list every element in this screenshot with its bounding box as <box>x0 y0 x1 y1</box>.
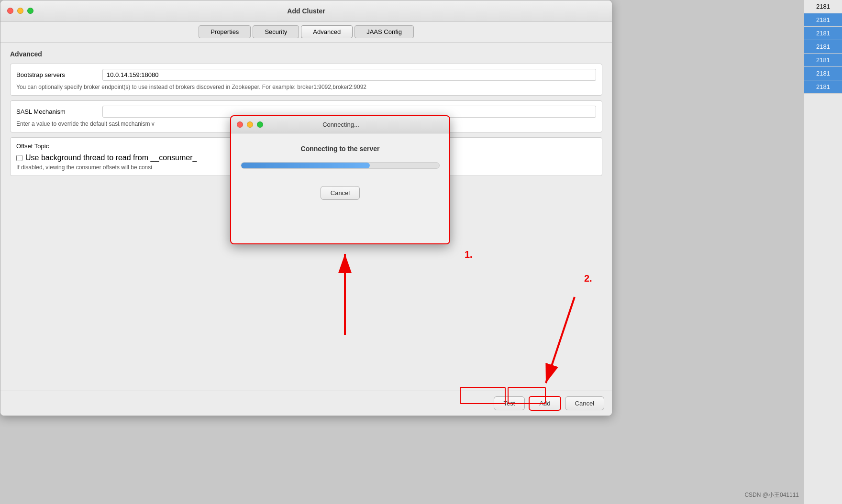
annotation-2: 2. <box>584 273 592 284</box>
connecting-minimize-btn[interactable] <box>247 121 253 128</box>
cancel-button[interactable]: Cancel <box>565 396 604 410</box>
connecting-message: Connecting to the server <box>301 145 380 153</box>
svg-line-2 <box>546 297 575 383</box>
watermark: CSDN @小王041111 <box>744 491 799 499</box>
sasl-label: SASL Mechanism <box>16 108 102 115</box>
offset-checkbox-label: Use background thread to read from __con… <box>25 153 197 162</box>
tab-jaas-config[interactable]: JAAS Config <box>355 25 414 38</box>
sidebar-row-2: 2181 <box>804 13 842 27</box>
sidebar-row-7: 2181 <box>804 80 842 94</box>
section-title: Advanced <box>10 50 602 58</box>
tab-properties[interactable]: Properties <box>199 25 251 38</box>
annotation-1: 1. <box>465 249 473 260</box>
progress-container <box>241 162 440 169</box>
tab-advanced[interactable]: Advanced <box>301 25 353 38</box>
minimize-button[interactable] <box>17 8 23 14</box>
title-bar: Add Cluster <box>0 0 612 22</box>
bootstrap-label: Bootstrap servers <box>16 71 102 78</box>
sidebar-row-4: 2181 <box>804 40 842 54</box>
sidebar-row-3: 2181 <box>804 27 842 40</box>
bootstrap-desc: You can optionally specify broker endpoi… <box>16 84 596 90</box>
bottom-bar: Test Add Cancel <box>0 391 612 416</box>
main-dialog: Add Cluster Properties Security Advanced… <box>0 0 612 416</box>
offset-checkbox[interactable] <box>16 155 22 161</box>
tab-security[interactable]: Security <box>253 25 299 38</box>
connecting-title-bar: Connecting... <box>231 116 449 133</box>
sidebar-row-6: 2181 <box>804 67 842 80</box>
connecting-footer: Cancel <box>231 186 449 208</box>
sidebar-row-1: 2181 <box>804 0 842 13</box>
connecting-body: Connecting to the server <box>231 133 449 186</box>
test-button[interactable]: Test <box>494 396 525 410</box>
connecting-dialog: Connecting... Connecting to the server C… <box>230 115 450 244</box>
maximize-button[interactable] <box>27 8 33 14</box>
connecting-cancel-button[interactable]: Cancel <box>321 186 360 200</box>
window-controls <box>7 8 33 14</box>
connecting-title: Connecting... <box>267 121 415 128</box>
window-title: Add Cluster <box>287 7 325 15</box>
right-sidebar: 2181 2181 2181 2181 2181 2181 2181 <box>804 0 842 504</box>
bootstrap-input[interactable] <box>102 69 596 81</box>
bootstrap-row: Bootstrap servers <box>16 69 596 81</box>
close-button[interactable] <box>7 8 13 14</box>
connecting-maximize-btn[interactable] <box>257 121 263 128</box>
bootstrap-section: Bootstrap servers You can optionally spe… <box>10 64 602 96</box>
sidebar-row-5: 2181 <box>804 54 842 67</box>
progress-bar <box>241 163 370 168</box>
tab-bar: Properties Security Advanced JAAS Config <box>0 22 612 43</box>
connecting-close-btn[interactable] <box>237 121 243 128</box>
add-button[interactable]: Add <box>529 396 561 411</box>
